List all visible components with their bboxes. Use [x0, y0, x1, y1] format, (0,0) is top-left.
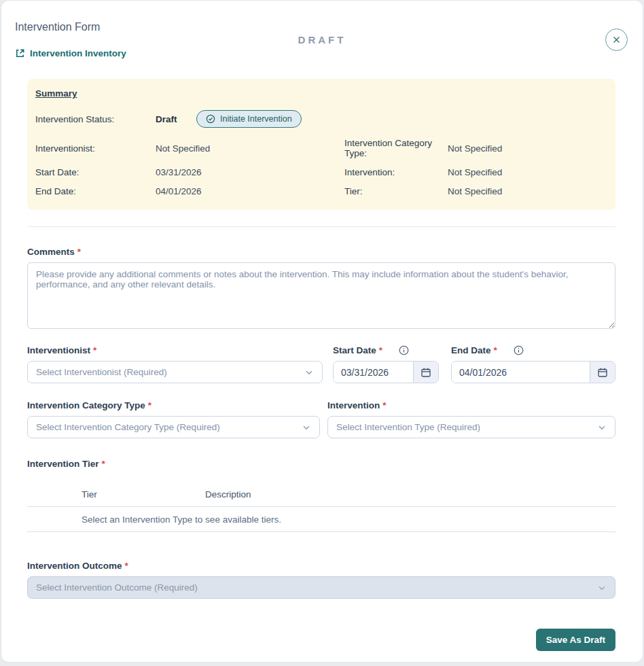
intervention-status-label: Intervention Status:: [35, 114, 156, 124]
intervention-tier-label: Intervention Tier *: [27, 459, 615, 469]
summary-interventionist-label: Interventionist:: [35, 143, 156, 154]
interventionist-select-placeholder: Select Interventionist (Required): [36, 367, 304, 377]
required-marker: *: [93, 345, 96, 355]
summary-start-date-label: Start Date:: [35, 167, 156, 177]
description-column-header: Description: [205, 489, 615, 500]
end-date-calendar-button[interactable]: [590, 362, 615, 383]
start-date-label: Start Date *: [333, 345, 439, 355]
page-title: Intervention Form: [15, 21, 628, 33]
modal-footer: Save As Draft: [27, 629, 615, 651]
interventionist-select[interactable]: Select Interventionist (Required): [27, 361, 323, 383]
tier-table: Tier Description Select an Intervention …: [27, 482, 615, 532]
calendar-icon: [421, 367, 431, 378]
summary-tier-label: Tier:: [344, 186, 448, 196]
summary-category-type-value: Not Specified: [448, 143, 607, 154]
chevron-down-icon: [597, 423, 607, 432]
intervention-form-modal: Intervention Form DRAFT Intervention Inv…: [1, 0, 643, 663]
required-marker: *: [148, 400, 151, 410]
comments-field: Comments *: [27, 247, 615, 332]
required-marker: *: [382, 400, 386, 410]
category-type-select[interactable]: Select Intervention Category Type (Requi…: [27, 416, 320, 438]
interventionist-label: Interventionist *: [27, 345, 323, 355]
summary-start-date-value: 03/31/2026: [156, 167, 344, 177]
intervention-form-body: Comments * Interventionist * Select Inte…: [27, 247, 615, 651]
intervention-type-label: Intervention *: [327, 400, 615, 410]
chevron-down-icon: [304, 368, 314, 377]
summary-tier-value: Not Specified: [448, 186, 607, 196]
summary-grid: Interventionist: Not Specified Intervent…: [35, 138, 607, 196]
required-marker: *: [102, 459, 105, 469]
check-circle-icon: [206, 114, 215, 124]
end-date-info-icon[interactable]: [514, 345, 524, 355]
intervention-tier-section: Intervention Tier * Tier Description Sel…: [27, 459, 615, 532]
required-marker: *: [494, 345, 497, 355]
end-date-field: End Date *: [451, 345, 615, 383]
start-date-group: [333, 361, 439, 383]
intervention-inventory-link-label: Intervention Inventory: [30, 48, 126, 58]
comments-input[interactable]: [27, 262, 615, 329]
save-as-draft-button[interactable]: Save As Draft: [536, 629, 615, 651]
intervention-status-value: Draft: [156, 114, 196, 124]
summary-intervention-label: Intervention:: [344, 167, 448, 177]
summary-heading: Summary: [35, 88, 77, 99]
summary-interventionist-value: Not Specified: [156, 143, 344, 154]
chevron-down-icon: [597, 583, 607, 593]
start-date-calendar-button[interactable]: [413, 362, 438, 383]
category-type-select-placeholder: Select Intervention Category Type (Requi…: [36, 422, 302, 432]
close-button[interactable]: [605, 29, 628, 51]
summary-panel: Summary Intervention Status: Draft Initi…: [27, 79, 615, 210]
intervention-outcome-select-placeholder: Select Intervention Outcome (Required): [36, 582, 597, 593]
modal-header: Intervention Form DRAFT Intervention Inv…: [1, 1, 643, 61]
end-date-label: End Date *: [451, 345, 615, 355]
intervention-outcome-field: Intervention Outcome * Select Interventi…: [27, 561, 615, 599]
initiate-intervention-button[interactable]: Initiate Intervention: [196, 110, 302, 128]
summary-end-date-label: End Date:: [35, 186, 156, 196]
start-date-info-icon[interactable]: [399, 345, 409, 355]
close-icon: [611, 35, 622, 45]
draft-status-watermark: DRAFT: [1, 34, 643, 46]
summary-intervention-value: Not Specified: [448, 167, 607, 177]
category-intervention-row: Intervention Category Type * Select Inte…: [27, 400, 615, 438]
section-divider: [27, 226, 615, 227]
category-type-label: Intervention Category Type *: [27, 400, 320, 410]
intervention-type-select[interactable]: Select Intervention Type (Required): [327, 416, 615, 438]
intervention-type-field: Intervention * Select Intervention Type …: [327, 400, 615, 438]
start-date-field: Start Date *: [333, 345, 439, 383]
external-link-icon: [15, 48, 25, 58]
category-type-field: Intervention Category Type * Select Inte…: [27, 400, 320, 438]
required-marker: *: [379, 345, 382, 355]
comments-label: Comments *: [27, 247, 615, 257]
tier-column-header: Tier: [27, 489, 205, 500]
summary-end-date-value: 04/01/2026: [156, 186, 344, 196]
required-marker: *: [77, 247, 81, 257]
tier-table-empty-row: Select an Intervention Type to see avail…: [27, 507, 615, 532]
intervention-inventory-link[interactable]: Intervention Inventory: [15, 48, 126, 58]
intervention-status-row: Intervention Status: Draft Initiate Inte…: [35, 110, 607, 128]
end-date-input[interactable]: [452, 362, 590, 383]
tier-table-header: Tier Description: [27, 482, 615, 507]
interventionist-field: Interventionist * Select Interventionist…: [27, 345, 323, 383]
start-date-input[interactable]: [334, 362, 413, 383]
interventionist-dates-row: Interventionist * Select Interventionist…: [27, 345, 615, 383]
end-date-group: [451, 361, 615, 383]
chevron-down-icon: [302, 423, 311, 432]
intervention-type-select-placeholder: Select Intervention Type (Required): [336, 422, 597, 432]
required-marker: *: [125, 561, 128, 571]
summary-category-type-label: Intervention Category Type:: [344, 138, 448, 158]
intervention-outcome-label: Intervention Outcome *: [27, 561, 615, 571]
intervention-outcome-select: Select Intervention Outcome (Required): [27, 576, 615, 599]
initiate-intervention-label: Initiate Intervention: [220, 114, 292, 124]
calendar-icon: [597, 367, 608, 378]
